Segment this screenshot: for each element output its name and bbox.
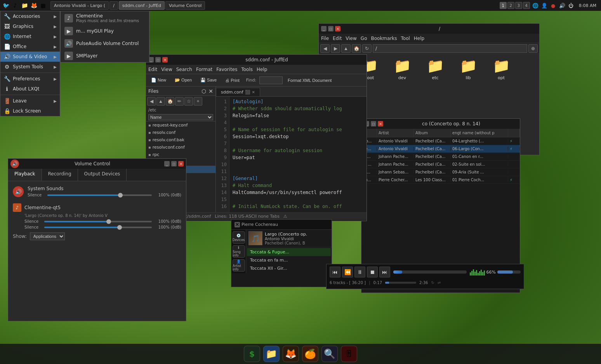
juffed-tab-sddm[interactable]: sddm.conf ⬛ ✕ <box>216 88 260 96</box>
juffed-find-input[interactable] <box>259 76 283 84</box>
juffed-menu-format[interactable]: Format <box>196 67 212 72</box>
juffed-file-resolv[interactable]: ▪resolv.conf <box>146 129 215 136</box>
clem-next-button[interactable]: ⏭ <box>379 267 390 277</box>
juffed-menu-edit[interactable]: Edit <box>148 67 157 72</box>
clementine-slider2-thumb[interactable] <box>117 225 122 230</box>
fm-menu-bookmarks[interactable]: Bookmarks <box>371 36 397 41</box>
workspace-3-button[interactable]: 3 <box>515 2 522 9</box>
filemanager-maximize-button[interactable]: □ <box>328 26 334 31</box>
fm-menu-edit[interactable]: Edit <box>333 36 342 41</box>
juffed-menu-tools[interactable]: Tools <box>241 67 253 72</box>
taskbar-window-volume[interactable]: Volume Control <box>165 1 205 10</box>
dock-icon-filemanager[interactable]: 📁 <box>263 346 280 362</box>
fm-folder-etc[interactable]: 📁 etc <box>422 58 449 80</box>
fm-menu-help[interactable]: Help <box>414 36 424 41</box>
clem-track-row-1[interactable]: Co... Antonio Vivaldi Pachelbel (Ca... 0… <box>361 137 520 145</box>
juffed-nav-add[interactable]: + <box>194 97 202 106</box>
clementine-progress-bar[interactable] <box>393 270 467 274</box>
volume-minimize-button[interactable]: _ <box>164 161 170 166</box>
taskbar-window-juffed[interactable]: sddm.conf - JuffEd <box>119 1 165 10</box>
volume-show-select[interactable]: Applications <box>30 232 65 240</box>
fm-back-button[interactable]: ◀ <box>320 44 330 53</box>
fm-folder-dev[interactable]: 📁 dev <box>389 58 416 80</box>
tray-icon-red[interactable]: ● <box>549 2 557 9</box>
menu-item-sound-video[interactable]: 🔊 Sound & Video ▶ <box>0 52 60 62</box>
juffed-file-request-key[interactable]: ▪request-key.conf <box>146 121 215 129</box>
dock-icon-firefox[interactable]: 🦊 <box>283 346 299 362</box>
fm-up-button[interactable]: ▲ <box>341 44 351 53</box>
juffed-sort-select[interactable]: Name <box>148 114 213 120</box>
tray-icon-volume[interactable]: 🔊 <box>558 2 566 9</box>
juffed-file-rpc[interactable]: ▪rpc <box>146 151 215 158</box>
fm-folder-lib[interactable]: 📁 lib <box>455 58 482 80</box>
juffed-nav-back[interactable]: ◀ <box>147 97 156 106</box>
workspace-1-button[interactable]: 1 <box>500 2 507 9</box>
clementine-slider-thumb[interactable] <box>106 219 111 224</box>
fm-search-button[interactable]: ⊕ <box>528 44 538 53</box>
clem-stop-button[interactable]: ⏹ <box>367 267 378 277</box>
submenu-smplayer[interactable]: ▶ SMPlayer <box>61 50 149 62</box>
menu-item-office[interactable]: 📄 Office ▶ <box>0 42 60 52</box>
juffed-menu-search[interactable]: Search <box>176 67 192 72</box>
menu-item-lock[interactable]: 🔒 Lock Screen <box>0 106 60 116</box>
volume-tab-playback[interactable]: Playback <box>8 169 42 181</box>
code-content[interactable]: [Autologin] # Whether sddm should automa… <box>229 97 367 212</box>
volume-tab-output-devices[interactable]: Output Devices <box>78 169 127 181</box>
juffed-print-button[interactable]: 🖨 Print <box>222 77 243 84</box>
fm-menu-view[interactable]: View <box>346 36 356 41</box>
tray-icon-power[interactable]: ⏻ <box>567 2 575 9</box>
juffed-nav-up[interactable]: ▲ <box>156 97 165 106</box>
clem-track-row-3[interactable]: ré... Johann Pache... Pachelbel (Ca... 0… <box>361 153 520 161</box>
fm-menu-go[interactable]: Go <box>361 36 367 41</box>
filemanager-close-button[interactable]: ✕ <box>335 26 340 31</box>
workspace-4-button[interactable]: 4 <box>523 2 530 9</box>
clem-sidebar-devices-btn[interactable]: 💿 Devices <box>233 231 245 244</box>
juffed-nav-bookmark[interactable]: ☆ <box>184 97 193 106</box>
dock-icon-clementine[interactable]: 🍊 <box>302 346 318 362</box>
menu-item-leave[interactable]: 🚪 Leave ▶ <box>0 96 60 106</box>
clem-track-row-6[interactable]: Fu... Pierre Cocher... Les 100 Class... … <box>361 176 520 184</box>
clem-track-row-5[interactable]: n ... Johann Sebas... Pachelbel (Ca... 0… <box>361 168 520 176</box>
juffed-menu-favorites[interactable]: Favorites <box>216 67 237 72</box>
menu-item-about[interactable]: ℹ About LXQt <box>0 84 60 94</box>
juffed-file-resolv-bak[interactable]: ▪resolv.conf.bak <box>146 136 215 144</box>
juffed-open-button[interactable]: 📂 Open <box>171 76 195 84</box>
juffed-file-resolvconf[interactable]: ▪resolvconf.conf <box>146 144 215 151</box>
juffed-close-button[interactable]: ✕ <box>162 57 168 62</box>
menu-item-internet[interactable]: 🌐 Internet ▶ <box>0 31 60 42</box>
pcmanfm-tray-icon[interactable]: 📁 <box>20 1 29 10</box>
clementine-slider[interactable] <box>44 221 152 222</box>
taskbar-window-filemanager[interactable]: / <box>109 1 118 10</box>
menu-item-accessories[interactable]: 🔧 Accessories ▶ <box>0 11 60 21</box>
juffed-maximize-button[interactable]: □ <box>155 57 161 62</box>
firefox-tray-icon[interactable]: 🦊 <box>30 1 38 10</box>
code-editor-area[interactable]: 12345678910111213141516 [Autologin] # Wh… <box>216 97 367 212</box>
clementine-tray-icon[interactable]: ♪ <box>11 1 19 10</box>
clementine-close-button[interactable]: ✕ <box>378 121 383 127</box>
dock-icon-mixer[interactable]: 🎚 <box>341 346 357 362</box>
taskbar-window-vivaldi[interactable]: Antonio Vivaldi - Largo ( <box>50 1 109 10</box>
submenu-clementine[interactable]: ♪ Clementine Plays music and last.fm str… <box>61 11 149 25</box>
clem-rewind-button[interactable]: ⏪ <box>342 267 353 277</box>
menu-item-graphics[interactable]: 🖼 Graphics ▶ <box>0 21 60 31</box>
juffed-format-xml-button[interactable]: Format XML Document <box>284 77 335 84</box>
menu-item-preferences[interactable]: 🔧 Preferences ▶ <box>0 74 60 84</box>
clementine-volume-bar[interactable] <box>497 270 521 274</box>
clem-pause-button[interactable]: ⏸ <box>354 267 365 277</box>
juffed-menu-view[interactable]: View <box>161 67 172 72</box>
fm-menu-tool[interactable]: Tool <box>401 36 410 41</box>
juffed-files-close-icon[interactable]: ✕ <box>208 88 213 94</box>
dock-icon-cashier[interactable]: $ <box>244 346 260 362</box>
juffed-menu-help[interactable]: Help <box>257 67 267 72</box>
submenu-pulseaudio[interactable]: 🔊 PulseAudio Volume Control <box>61 37 149 50</box>
tray-icon-user[interactable]: 👤 <box>540 2 548 9</box>
fm-folder-opt[interactable]: 📁 opt <box>488 58 515 80</box>
juffed-new-button[interactable]: 📄 New <box>148 76 170 84</box>
fm-refresh-button[interactable]: ↻ <box>362 44 372 53</box>
clementine-slider2[interactable] <box>44 227 152 228</box>
juffed-nav-home[interactable]: 🏠 <box>166 97 174 106</box>
clem-mini-track-3[interactable]: Toccata XII - Gir... <box>247 264 331 272</box>
juffed-nav-edit[interactable]: ✏ <box>175 97 184 106</box>
clem-mini-track-1[interactable]: Toccata & Fugue... <box>247 248 331 256</box>
juffed-files-expand-icon[interactable]: ⬡ <box>201 88 206 94</box>
